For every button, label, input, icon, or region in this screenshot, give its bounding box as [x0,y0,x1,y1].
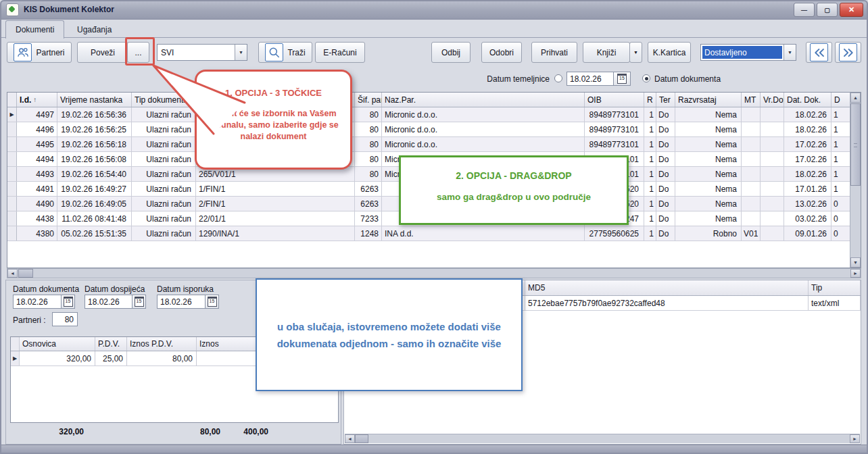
double-chevron-right-icon [839,43,857,61]
calendar-icon[interactable] [205,295,219,309]
eracuni-label: E-Računi [323,48,356,57]
grid-header-marker [7,93,17,107]
green-callout-body: samo ga drag&drop u ovo područje [401,192,627,202]
datum-dokumenta-radio[interactable] [642,74,650,82]
prihvati-button[interactable]: Prihvati [531,42,577,63]
row-marker: ▶ [7,107,17,122]
tab-ugadanja-label: Ugađanja [77,25,112,34]
povezi-button[interactable]: Poveži [77,42,128,63]
tab-dokumenti[interactable]: Dokumenti [5,20,64,39]
partneri-field-label: Partneri : [13,316,46,325]
minimize-button[interactable]: — [794,3,815,17]
amounts-header-iznos-pdv[interactable]: Iznos P.D.V. [127,337,197,351]
scroll-right-arrow[interactable]: ► [850,269,861,278]
iznos-pdv-cell: 80,00 [127,351,197,365]
odobri-button[interactable]: Odobri [481,42,522,63]
files-header-tip[interactable]: Tip [809,280,861,295]
eracuni-button[interactable]: E-Računi [315,42,365,63]
grid-header-razvrstaj[interactable]: Razvrsataj [675,93,742,107]
datum-dospijeca-input[interactable]: 18.02.26 [85,295,132,309]
scroll-right-arrow[interactable]: ► [850,434,860,443]
chevron-down-icon[interactable]: ▼ [783,45,796,60]
red-highlight-rect [125,37,155,66]
knjizi-button[interactable]: Knjiži [583,42,630,63]
grid-header-datdok[interactable]: Dat. Dok. [784,93,831,107]
row-marker [7,137,17,151]
app-icon [6,3,19,16]
status-combobox[interactable]: Dostavljeno ▼ [700,44,796,61]
grid-header-ter[interactable]: Ter [656,93,675,107]
prihvati-label: Prihvati [541,48,568,57]
next-record-button[interactable] [835,42,861,63]
blue-callout-body: u oba slučaja, istovremeno možete dodati… [262,318,516,352]
partneri-label: Partneri [36,48,64,57]
filter-combobox[interactable]: SVI ▼ [157,44,247,61]
grid-header-mt[interactable]: MT [742,93,761,107]
row-marker [7,197,17,211]
datum-temeljnice-radio[interactable] [554,74,562,82]
datum-dokumenta-input[interactable]: 18.02.26 [13,295,62,309]
hscroll-thumb[interactable] [355,434,368,443]
grid-header-tip[interactable]: Tip dokumenta [132,93,196,107]
grid-header-sif[interactable]: Šif. par. [355,93,382,107]
grid-header-oib[interactable]: OIB [585,93,644,107]
calendar-icon[interactable] [132,295,146,309]
row-marker [7,152,17,166]
files-header-md5[interactable]: MD5 [525,280,809,295]
status-bar [0,445,868,454]
row-marker [7,182,17,196]
red-callout-title: 1. OPCIJA - 3 TOČKICE [197,88,350,98]
pdv-cell: 25,00 [95,351,127,365]
scroll-up-arrow[interactable]: ▲ [850,93,861,103]
grid-header-row: I.d. ↑ Vrijeme nastanka Tip dokumenta Ši… [7,93,861,107]
scroll-down-arrow[interactable]: ▼ [850,257,861,268]
calendar-icon[interactable] [61,295,75,309]
total-iznos-pdv: 80,00 [178,427,220,436]
scroll-left-arrow[interactable]: ◄ [345,434,355,443]
grid-header-naz[interactable]: Naz.Par. [382,93,585,107]
vscroll-thumb[interactable] [850,103,861,186]
row-marker [7,211,17,226]
knjizi-label: Knjiži [597,48,617,57]
double-chevron-left-icon [810,43,828,61]
amounts-header-pdv[interactable]: P.D.V. [95,337,127,351]
grid-header-vrdok[interactable]: Vr.Dok. [761,93,784,107]
table-row[interactable]: 4380 05.02.26 15:51:35 Ulazni račun 1290… [7,226,861,241]
grid-vscrollbar[interactable]: ▲ ▼ [850,93,861,268]
kkartica-button[interactable]: K.Kartica [648,42,691,63]
datum-dokumenta-radio-label: Datum dokumenta [654,74,721,84]
knjizi-dropdown-button[interactable]: ▼ [629,42,642,63]
total-iznos: 400,00 [221,427,268,436]
files-hscrollbar[interactable]: ◄ ► [345,434,860,443]
prev-record-button[interactable] [806,42,832,63]
chevron-down-icon[interactable]: ▼ [235,45,247,60]
osnovica-cell: 320,00 [20,351,95,365]
close-button[interactable]: ✕ [840,3,863,17]
maximize-button[interactable]: ▢ [817,3,838,17]
odbij-button[interactable]: Odbij [431,42,471,63]
grid-header-id[interactable]: I.d. ↑ [17,93,57,107]
hscroll-thumb[interactable] [18,269,33,278]
red-callout-body: otvorit će se izbornik na Vašem računalu… [206,108,341,143]
table-row[interactable]: 4495 19.02.26 16:56:18 Ulazni račun 80 M… [7,137,861,152]
table-row[interactable]: ▶ 4497 19.02.26 16:56:36 Ulazni račun 80… [7,107,861,122]
odbij-label: Odbij [441,48,460,57]
povezi-label: Poveži [91,48,115,57]
tab-ugadanja[interactable]: Ugađanja [68,22,121,37]
datum-isporuka-input[interactable]: 18.02.26 [157,295,206,309]
trazi-button[interactable]: Traži [258,42,312,63]
grid-header-r[interactable]: R [644,93,656,107]
search-icon [265,43,283,61]
status-value: Dostavljeno [702,46,782,59]
red-callout-bubble: 1. OPCIJA - 3 TOČKICE otvorit će se izbo… [195,70,352,170]
scroll-left-arrow[interactable]: ◄ [7,269,18,278]
amounts-header-osnovica[interactable]: Osnovica [20,337,95,351]
table-row[interactable]: 4496 19.02.26 16:56:25 Ulazni račun 80 M… [7,122,861,137]
datum-temeljnice-input[interactable]: 18.02.26 [566,72,614,86]
kkartica-label: K.Kartica [653,48,686,57]
partneri-field[interactable]: 80 [52,312,78,326]
grid-hscrollbar[interactable]: ◄ ► [7,268,861,278]
partneri-button[interactable]: Partneri [7,42,72,63]
grid-header-vrijeme[interactable]: Vrijeme nastanka [57,93,132,107]
calendar-icon[interactable] [613,72,631,86]
